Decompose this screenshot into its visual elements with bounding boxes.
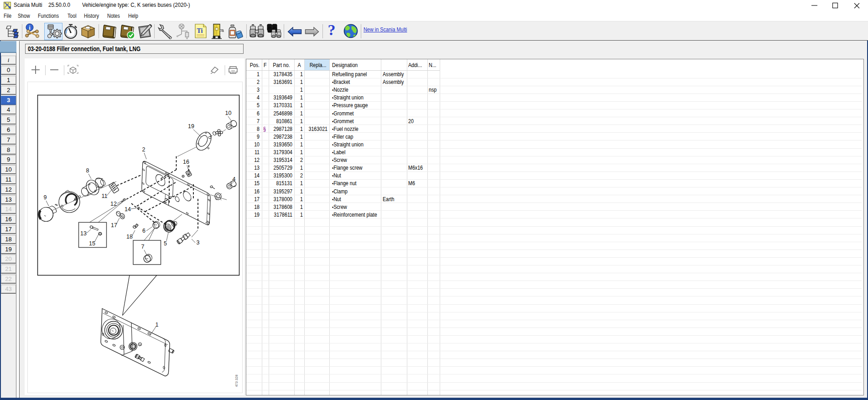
svg-text:473 328: 473 328: [234, 374, 239, 387]
svg-text:6: 6: [142, 228, 146, 234]
svg-text:9: 9: [44, 194, 47, 201]
svg-text:15: 15: [89, 240, 95, 247]
svg-text:5: 5: [164, 240, 167, 247]
svg-text:19: 19: [188, 123, 194, 130]
svg-text:7: 7: [141, 244, 145, 250]
svg-text:18: 18: [126, 234, 133, 240]
svg-text:14: 14: [125, 206, 131, 213]
svg-text:?: ?: [328, 23, 336, 38]
svg-text:1: 1: [156, 322, 159, 328]
svg-text:3: 3: [197, 239, 200, 246]
svg-text:10: 10: [225, 110, 232, 116]
svg-text:2: 2: [142, 146, 146, 153]
svg-text:4: 4: [233, 176, 236, 182]
svg-text:16: 16: [183, 159, 189, 165]
svg-text:13: 13: [80, 230, 87, 237]
svg-text:12: 12: [110, 201, 117, 207]
svg-text:8: 8: [86, 167, 89, 174]
svg-text:11: 11: [102, 193, 108, 199]
svg-text:17: 17: [111, 222, 117, 229]
svg-text:Ti: Ti: [197, 27, 203, 34]
